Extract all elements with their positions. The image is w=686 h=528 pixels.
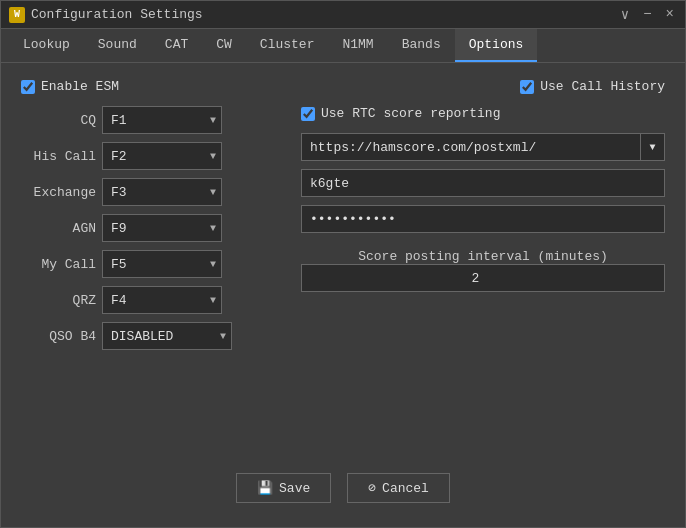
qrz-select-wrap: F4F1F2F3F5 ▼ <box>102 286 222 314</box>
password-input[interactable] <box>301 205 665 233</box>
left-panel: CQ F1F2F3F4F5F6F7F8F9 ▼ His Call F2F1F3F… <box>21 106 281 461</box>
his-call-label: His Call <box>21 149 96 164</box>
footer: 💾 Save ⊘ Cancel <box>21 461 665 511</box>
close-icon[interactable]: × <box>663 6 677 23</box>
title-bar: W Configuration Settings ∨ − × <box>1 1 685 29</box>
cq-select[interactable]: F1F2F3F4F5F6F7F8F9 <box>102 106 222 134</box>
url-dropdown-button[interactable]: ▼ <box>641 133 665 161</box>
rtc-score-checkbox[interactable] <box>301 107 315 121</box>
tab-n1mm[interactable]: N1MM <box>328 29 387 62</box>
cancel-label: Cancel <box>382 481 429 496</box>
agn-select[interactable]: F9F1F2F3F4F5F6F7F8 <box>102 214 222 242</box>
score-interval-section: Score posting interval (minutes) <box>301 245 665 292</box>
his-call-select[interactable]: F2F1F3F4F5F6 <box>102 142 222 170</box>
save-label: Save <box>279 481 310 496</box>
exchange-select-wrap: F3F1F2F4F5 ▼ <box>102 178 222 206</box>
my-call-select-wrap: F5F1F2F3F4 ▼ <box>102 250 222 278</box>
agn-select-wrap: F9F1F2F3F4F5F6F7F8 ▼ <box>102 214 222 242</box>
qso-b4-select[interactable]: DISABLEDF1F2F3F4F5 <box>102 322 232 350</box>
qrz-row: QRZ F4F1F2F3F5 ▼ <box>21 286 281 314</box>
tab-lookup[interactable]: Lookup <box>9 29 84 62</box>
exchange-row: Exchange F3F1F2F4F5 ▼ <box>21 178 281 206</box>
my-call-row: My Call F5F1F2F3F4 ▼ <box>21 250 281 278</box>
tab-options[interactable]: Options <box>455 29 538 62</box>
title-bar-left: W Configuration Settings <box>9 7 203 23</box>
top-row: Enable ESM Use Call History <box>21 79 665 94</box>
main-area: CQ F1F2F3F4F5F6F7F8F9 ▼ His Call F2F1F3F… <box>21 106 665 461</box>
score-interval-input[interactable] <box>301 264 665 292</box>
qso-b4-select-wrap: DISABLEDF1F2F3F4F5 ▼ <box>102 322 232 350</box>
url-input[interactable] <box>301 133 641 161</box>
my-call-label: My Call <box>21 257 96 272</box>
cq-label: CQ <box>21 113 96 128</box>
use-call-history-label: Use Call History <box>540 79 665 94</box>
cancel-button[interactable]: ⊘ Cancel <box>347 473 450 503</box>
qso-b4-row: QSO B4 DISABLEDF1F2F3F4F5 ▼ <box>21 322 281 350</box>
minimize-icon[interactable]: ∨ <box>618 6 632 23</box>
callsign-input[interactable] <box>301 169 665 197</box>
his-call-row: His Call F2F1F3F4F5F6 ▼ <box>21 142 281 170</box>
window-controls: ∨ − × <box>618 6 677 23</box>
tab-cw[interactable]: CW <box>202 29 246 62</box>
exchange-label: Exchange <box>21 185 96 200</box>
app-icon: W <box>9 7 25 23</box>
right-panel: Use RTC score reporting ▼ Score posting … <box>301 106 665 461</box>
score-interval-label: Score posting interval (minutes) <box>301 249 665 264</box>
his-call-select-wrap: F2F1F3F4F5F6 ▼ <box>102 142 222 170</box>
tab-cat[interactable]: CAT <box>151 29 202 62</box>
save-button[interactable]: 💾 Save <box>236 473 331 503</box>
agn-label: AGN <box>21 221 96 236</box>
save-icon: 💾 <box>257 480 273 496</box>
use-call-history-checkbox[interactable] <box>520 80 534 94</box>
tab-sound[interactable]: Sound <box>84 29 151 62</box>
qso-b4-label: QSO B4 <box>21 329 96 344</box>
main-window: W Configuration Settings ∨ − × Lookup So… <box>0 0 686 528</box>
tab-bar: Lookup Sound CAT CW Cluster N1MM Bands O… <box>1 29 685 63</box>
enable-esm-checkbox[interactable] <box>21 80 35 94</box>
enable-esm-label: Enable ESM <box>41 79 119 94</box>
agn-row: AGN F9F1F2F3F4F5F6F7F8 ▼ <box>21 214 281 242</box>
enable-esm-checkbox-label[interactable]: Enable ESM <box>21 79 119 94</box>
cq-select-wrap: F1F2F3F4F5F6F7F8F9 ▼ <box>102 106 222 134</box>
rtc-score-checkbox-label[interactable]: Use RTC score reporting <box>301 106 665 121</box>
qrz-select[interactable]: F4F1F2F3F5 <box>102 286 222 314</box>
rtc-score-label: Use RTC score reporting <box>321 106 500 121</box>
content-area: Enable ESM Use Call History CQ F1F2F3F4F… <box>1 63 685 527</box>
maximize-icon[interactable]: − <box>640 6 654 23</box>
url-row: ▼ <box>301 133 665 161</box>
qrz-label: QRZ <box>21 293 96 308</box>
window-title: Configuration Settings <box>31 7 203 22</box>
my-call-select[interactable]: F5F1F2F3F4 <box>102 250 222 278</box>
exchange-select[interactable]: F3F1F2F4F5 <box>102 178 222 206</box>
tab-cluster[interactable]: Cluster <box>246 29 329 62</box>
tab-bands[interactable]: Bands <box>388 29 455 62</box>
cancel-icon: ⊘ <box>368 480 376 496</box>
cq-row: CQ F1F2F3F4F5F6F7F8F9 ▼ <box>21 106 281 134</box>
use-call-history-checkbox-label[interactable]: Use Call History <box>520 79 665 94</box>
